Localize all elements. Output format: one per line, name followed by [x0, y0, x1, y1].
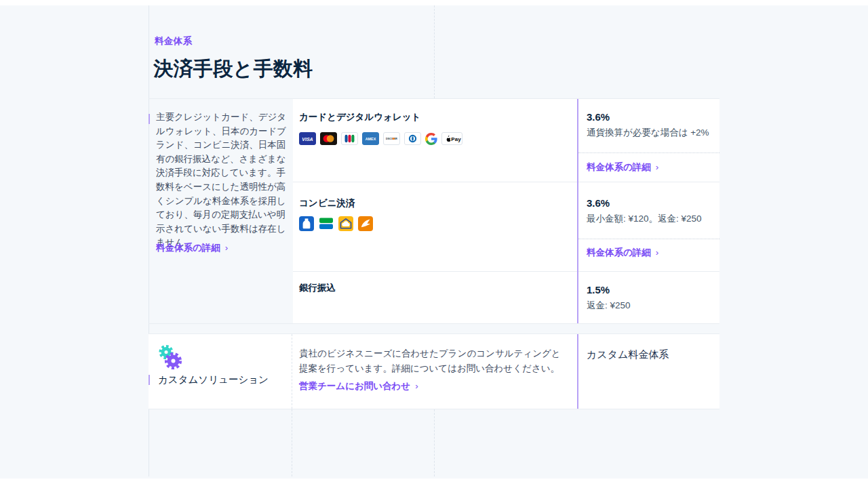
section-eyebrow: 料金体系 — [155, 35, 192, 47]
grid-line-dashed — [434, 5, 435, 98]
gears-icon — [157, 344, 184, 371]
divider — [149, 409, 719, 409]
google-pay-icon — [425, 133, 437, 145]
rate-note-bank: 返金: ¥250 — [587, 300, 631, 312]
pricing-details-link-cards[interactable]: 料金体系の詳細› — [587, 161, 658, 174]
diners-icon — [404, 132, 421, 145]
mastercard-icon — [320, 132, 337, 145]
rate-konbini: 3.6% — [587, 197, 610, 209]
custom-plan-name: カスタム料金体系 — [587, 348, 669, 361]
divider — [149, 333, 719, 334]
chevron-right-icon: › — [415, 381, 418, 391]
chevron-right-icon: › — [656, 162, 659, 172]
seicomart-icon — [358, 216, 373, 231]
svg-text:Pay: Pay — [451, 136, 461, 142]
familymart-icon — [319, 216, 334, 231]
grid-line-dashed — [292, 409, 292, 476]
rate-column-border — [577, 334, 578, 409]
method-title-bank: 銀行振込 — [299, 282, 336, 294]
rate-note-cards: 通貨換算が必要な場合は +2% — [587, 127, 709, 139]
pricing-details-link-konbini[interactable]: 料金体系の詳細› — [587, 247, 658, 259]
svg-text:VISA: VISA — [302, 137, 313, 142]
contact-sales-link[interactable]: 営業チームにお問い合わせ› — [299, 380, 418, 392]
apple-pay-icon: Pay — [441, 132, 462, 145]
intro-tick — [149, 114, 150, 124]
ministop-icon — [338, 216, 353, 231]
divider — [149, 323, 719, 324]
page-title: 決済手段と手数料 — [153, 56, 313, 83]
rate-cards: 3.6% — [587, 111, 610, 123]
amex-icon: AMEX — [362, 132, 379, 145]
svg-text:AMEX: AMEX — [366, 137, 376, 141]
grid-line-dashed — [434, 409, 435, 476]
lawson-icon — [299, 216, 314, 231]
rate-column-border — [577, 99, 578, 323]
jcb-icon — [341, 132, 358, 145]
discover-icon: DISCOVER — [383, 132, 400, 145]
row-divider — [293, 182, 719, 182]
row-divider — [293, 271, 719, 272]
dotted-divider — [578, 239, 719, 239]
custom-solutions-label: カスタムソリューション — [158, 373, 269, 386]
chevron-right-icon: › — [656, 247, 659, 258]
custom-description: 貴社のビジネスニーズに合わせたプランのコンサルティングと提案を行っています。詳細… — [299, 346, 568, 376]
dotted-divider — [578, 152, 719, 153]
pricing-details-link-intro[interactable]: 料金体系の詳細› — [156, 242, 228, 254]
grid-line-dashed — [292, 334, 292, 409]
custom-tick — [149, 375, 150, 385]
chevron-right-icon: › — [225, 243, 229, 253]
method-title-cards: カードとデジタルウォレット — [299, 111, 420, 123]
konbini-brand-icons — [299, 216, 373, 231]
method-title-konbini: コンビニ決済 — [299, 197, 355, 209]
intro-paragraph: 主要クレジットカード、デジタルウォレット、日本のカードブランド、コンビニ決済、日… — [156, 110, 289, 250]
rate-bank: 1.5% — [587, 284, 610, 296]
pricing-page: 料金体系 決済手段と手数料 主要クレジットカード、デジタルウォレット、日本のカー… — [0, 0, 868, 488]
rate-note-konbini: 最小金額: ¥120。返金: ¥250 — [587, 213, 702, 225]
divider — [149, 98, 719, 99]
svg-text:DISCOVER: DISCOVER — [386, 138, 397, 140]
visa-icon: VISA — [299, 132, 316, 145]
card-brand-icons: VISA AMEX DISCOVER — [299, 132, 462, 145]
